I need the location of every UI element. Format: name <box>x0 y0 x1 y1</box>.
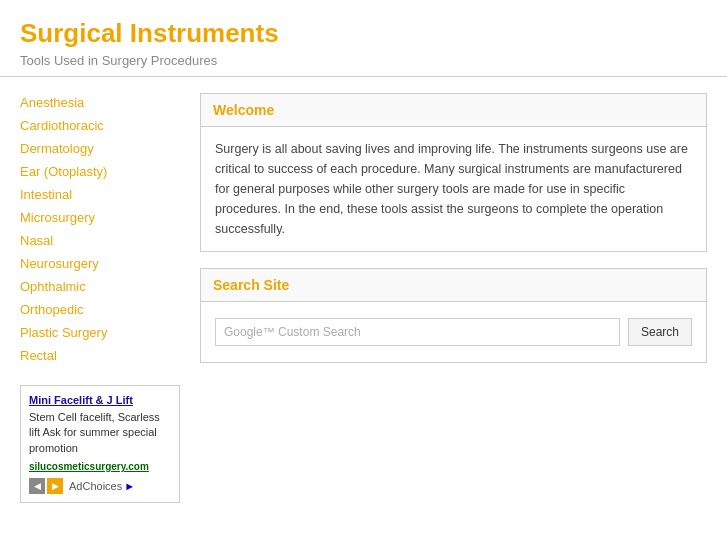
sidebar-nav: AnesthesiaCardiothoracicDermatologyEar (… <box>20 93 180 365</box>
sidebar-nav-item: Cardiothoracic <box>20 116 180 135</box>
sidebar-nav-item: Ear (Otoplasty) <box>20 162 180 181</box>
site-subtitle: Tools Used in Surgery Procedures <box>20 53 707 68</box>
sidebar-nav-link[interactable]: Plastic Surgery <box>20 323 180 342</box>
sidebar-nav-link[interactable]: Microsurgery <box>20 208 180 227</box>
sidebar-nav-item: Intestinal <box>20 185 180 204</box>
sidebar-nav-link[interactable]: Orthopedic <box>20 300 180 319</box>
main-layout: AnesthesiaCardiothoracicDermatologyEar (… <box>0 77 727 519</box>
sidebar-nav-link[interactable]: Intestinal <box>20 185 180 204</box>
sidebar-nav-link[interactable]: Anesthesia <box>20 93 180 112</box>
sidebar-nav-item: Nasal <box>20 231 180 250</box>
sidebar-nav-item: Orthopedic <box>20 300 180 319</box>
ad-title-link[interactable]: Mini Facelift & J Lift <box>29 394 133 406</box>
search-box: Search Site Search <box>200 268 707 363</box>
sidebar-nav-link[interactable]: Rectal <box>20 346 180 365</box>
ad-text: Stem Cell facelift, Scarless lift Ask fo… <box>29 410 171 456</box>
ad-choices-label: AdChoices <box>69 480 122 492</box>
ad-choices-icon: ► <box>124 480 135 492</box>
main-content: Welcome Surgery is all about saving live… <box>200 93 707 503</box>
welcome-title: Welcome <box>213 102 694 118</box>
sidebar: AnesthesiaCardiothoracicDermatologyEar (… <box>20 93 180 503</box>
ad-arrows: ◀ ▶ <box>29 478 63 494</box>
sidebar-nav-link[interactable]: Nasal <box>20 231 180 250</box>
sidebar-nav-item: Dermatology <box>20 139 180 158</box>
sidebar-nav-link[interactable]: Neurosurgery <box>20 254 180 273</box>
welcome-body: Surgery is all about saving lives and im… <box>201 127 706 251</box>
ad-choices: AdChoices ► <box>69 480 135 492</box>
welcome-header: Welcome <box>201 94 706 127</box>
search-input[interactable] <box>215 318 620 346</box>
search-title: Search Site <box>213 277 694 293</box>
ad-box: Mini Facelift & J Lift Stem Cell facelif… <box>20 385 180 503</box>
ad-next-button[interactable]: ▶ <box>47 478 63 494</box>
sidebar-nav-item: Rectal <box>20 346 180 365</box>
sidebar-nav-item: Microsurgery <box>20 208 180 227</box>
ad-url-link[interactable]: silucosmeticsurgery.com <box>29 461 149 472</box>
sidebar-nav-link[interactable]: Ear (Otoplasty) <box>20 162 180 181</box>
sidebar-nav-item: Anesthesia <box>20 93 180 112</box>
sidebar-nav-item: Ophthalmic <box>20 277 180 296</box>
sidebar-nav-item: Neurosurgery <box>20 254 180 273</box>
welcome-box: Welcome Surgery is all about saving live… <box>200 93 707 252</box>
search-button[interactable]: Search <box>628 318 692 346</box>
sidebar-nav-link[interactable]: Ophthalmic <box>20 277 180 296</box>
page-header: Surgical Instruments Tools Used in Surge… <box>0 0 727 77</box>
sidebar-nav-item: Plastic Surgery <box>20 323 180 342</box>
ad-prev-button[interactable]: ◀ <box>29 478 45 494</box>
ad-footer: ◀ ▶ AdChoices ► <box>29 478 171 494</box>
search-header: Search Site <box>201 269 706 302</box>
sidebar-nav-link[interactable]: Cardiothoracic <box>20 116 180 135</box>
site-title: Surgical Instruments <box>20 18 707 49</box>
search-inner: Search <box>201 302 706 362</box>
sidebar-nav-link[interactable]: Dermatology <box>20 139 180 158</box>
